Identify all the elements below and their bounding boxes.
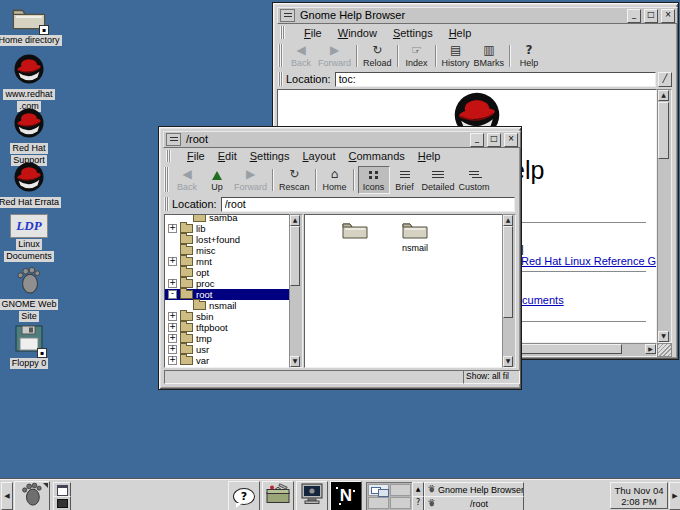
- view-brief-button[interactable]: Brief: [390, 167, 420, 193]
- tree-expander[interactable]: +: [168, 312, 177, 321]
- reload-button[interactable]: ↻ Reload: [361, 43, 394, 69]
- bmarks-button[interactable]: ▥ BMarks: [472, 43, 507, 69]
- window-menu-icon[interactable]: [166, 133, 181, 146]
- menu-settings[interactable]: Settings: [250, 150, 290, 162]
- locationbar-drag-handle[interactable]: [278, 72, 283, 86]
- fm-window-titlebar[interactable]: /root _ □ ×: [163, 131, 521, 148]
- workspace-1[interactable]: [368, 484, 389, 496]
- locationbar-drag-handle[interactable]: [164, 197, 169, 211]
- menu-edit[interactable]: Edit: [218, 150, 237, 162]
- minimize-button[interactable]: _: [470, 133, 484, 147]
- workspace-4[interactable]: [390, 497, 411, 509]
- desktop-icon-www-redhat-com[interactable]: www.redhat .com: [0, 54, 58, 112]
- pager-question-button[interactable]: ?: [412, 496, 424, 510]
- home-button[interactable]: ⌂ Home: [320, 167, 350, 193]
- close-button[interactable]: ×: [504, 133, 518, 147]
- location-label: Location:: [172, 198, 217, 210]
- help-window-titlebar[interactable]: Gnome Help Browser _ □ ×: [277, 7, 678, 24]
- tree-expander[interactable]: +: [168, 356, 177, 365]
- tree-expander[interactable]: +: [168, 345, 177, 354]
- location-input[interactable]: [335, 72, 656, 87]
- tree-scrollbar[interactable]: ▲ ▼: [289, 214, 303, 368]
- task-button-help-browser[interactable]: Gnome Help Browser: [424, 482, 524, 497]
- clock-applet[interactable]: Thu Nov 04 2:08 PM: [610, 482, 668, 509]
- workspace-2[interactable]: [390, 484, 411, 496]
- pager-tasklist-arrow-button[interactable]: ▲: [412, 482, 424, 497]
- file-item[interactable]: nsmail: [393, 219, 437, 253]
- location-action-button[interactable]: ╱: [658, 72, 672, 87]
- view-custom-button[interactable]: Custom: [457, 167, 492, 193]
- menu-help[interactable]: Help: [418, 150, 441, 162]
- scroll-up-button[interactable]: ▲: [503, 215, 513, 226]
- desktop-icon-red-hat-support[interactable]: Red Hat Support: [0, 108, 58, 166]
- back-button[interactable]: ◀ Back: [172, 167, 202, 193]
- close-button[interactable]: ×: [661, 9, 675, 23]
- main-menu-button[interactable]: [14, 481, 50, 510]
- config-toolbox-launcher[interactable]: [262, 481, 294, 510]
- view-detailed-button[interactable]: Detailed: [420, 167, 457, 193]
- menubar-drag-handle[interactable]: [166, 150, 171, 162]
- tree-item-selected[interactable]: - root: [165, 289, 290, 300]
- maximize-button[interactable]: □: [644, 9, 658, 23]
- desktop-icon-red-hat-errata[interactable]: Red Hat Errata: [0, 162, 58, 208]
- menu-layout[interactable]: Layout: [302, 150, 335, 162]
- forward-button[interactable]: ▶ Forward: [232, 167, 269, 193]
- file-panel-scrollbar[interactable]: ▲ ▼: [502, 214, 516, 368]
- toolbar-drag-handle[interactable]: [164, 167, 169, 192]
- view-icons-button[interactable]: Icons: [358, 166, 390, 194]
- scrollbar-thumb[interactable]: [658, 102, 669, 159]
- back-button[interactable]: ◀ Back: [286, 43, 316, 69]
- help-launcher[interactable]: ?: [228, 481, 260, 510]
- file-item[interactable]: [333, 219, 377, 243]
- scroll-up-button[interactable]: ▲: [290, 215, 300, 226]
- history-button[interactable]: ▤ History: [440, 43, 472, 69]
- mini-applet-top-button[interactable]: [53, 482, 71, 497]
- menu-help[interactable]: Help: [449, 27, 472, 39]
- toolbar-drag-handle[interactable]: [278, 44, 283, 67]
- up-button[interactable]: Up: [202, 167, 232, 193]
- rescan-button[interactable]: ↻ Rescan: [277, 167, 312, 193]
- scroll-up-button[interactable]: ▲: [658, 90, 669, 101]
- desktop-icon-gnome-web-site[interactable]: GNOME Web Site: [0, 266, 58, 322]
- desktop: ▪ Home directory www.redhat .com Red Hat…: [0, 0, 680, 510]
- desktop-icon-home-directory[interactable]: ▪ Home directory: [0, 4, 58, 46]
- terminal-launcher[interactable]: [296, 481, 328, 510]
- index-button[interactable]: ☞ Index: [402, 43, 432, 69]
- scrollbar-thumb[interactable]: [503, 226, 513, 318]
- reference-guide-link[interactable]: Red Hat Linux Reference Guide: [521, 255, 657, 267]
- tree-expander[interactable]: +: [168, 224, 177, 233]
- menu-commands[interactable]: Commands: [349, 150, 405, 162]
- tree-expander[interactable]: +: [168, 257, 177, 266]
- mini-applet-bottom-button[interactable]: [53, 496, 71, 510]
- scroll-right-button[interactable]: ▶: [645, 344, 656, 354]
- maximize-button[interactable]: □: [487, 133, 501, 147]
- menu-file[interactable]: File: [304, 27, 322, 39]
- help-vertical-scrollbar[interactable]: ▲ ▼: [657, 89, 672, 343]
- menubar-drag-handle[interactable]: [280, 26, 285, 39]
- menu-file[interactable]: File: [187, 150, 205, 162]
- help-button[interactable]: ? Help: [514, 43, 544, 69]
- tree-item[interactable]: + var: [165, 355, 290, 366]
- minimize-button[interactable]: _: [627, 9, 641, 23]
- scroll-down-button[interactable]: ▼: [290, 356, 300, 367]
- menu-settings[interactable]: Settings: [393, 27, 433, 39]
- resize-grip[interactable]: [657, 343, 672, 357]
- scrollbar-thumb[interactable]: [290, 226, 300, 286]
- netscape-launcher[interactable]: N: [330, 481, 362, 510]
- workspace-3[interactable]: [368, 497, 389, 509]
- window-menu-icon[interactable]: [280, 9, 295, 22]
- desktop-icon-floppy[interactable]: ▪ Floppy 0: [0, 325, 58, 369]
- scroll-down-button[interactable]: ▼: [503, 356, 513, 367]
- task-button-root[interactable]: /root: [424, 496, 524, 510]
- desktop-icon-ldp[interactable]: LDP Linux Documents: [0, 214, 58, 262]
- menu-window[interactable]: Window: [338, 27, 377, 39]
- tree-expander[interactable]: +: [168, 334, 177, 343]
- tree-expander[interactable]: -: [168, 290, 177, 299]
- forward-button[interactable]: ▶ Forward: [316, 43, 353, 69]
- scroll-down-button[interactable]: ▼: [658, 331, 669, 342]
- location-input[interactable]: [221, 197, 515, 212]
- tree-expander[interactable]: +: [168, 323, 177, 332]
- tree-expander[interactable]: +: [168, 279, 177, 288]
- panel-hide-left-button[interactable]: ◀: [1, 482, 13, 510]
- panel-hide-right-button[interactable]: ▶: [669, 482, 680, 510]
